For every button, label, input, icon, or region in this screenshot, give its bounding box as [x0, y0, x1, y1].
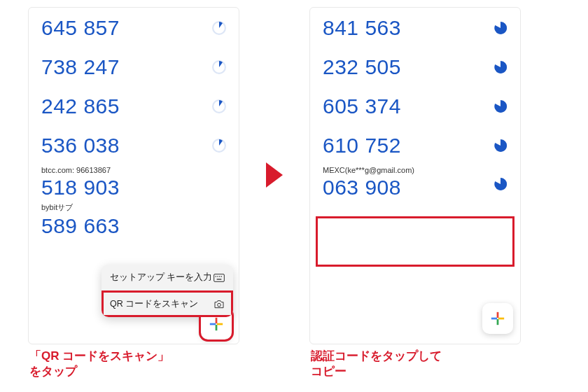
timer-icon [212, 99, 226, 113]
timer-icon [493, 99, 507, 113]
camera-icon [214, 300, 225, 309]
account-label: MEXC(ke***g@gmail.com) [323, 166, 414, 174]
code-row[interactable]: bybitサブ 589 663 [29, 201, 239, 239]
code-row[interactable]: 645 857 [29, 8, 239, 47]
otp-code: 605 374 [323, 94, 401, 118]
code-row[interactable]: 242 865 [29, 86, 239, 125]
plus-icon [490, 311, 505, 326]
arrow-between [260, 7, 288, 343]
menu-item-label: QR コードをスキャン [110, 298, 198, 310]
code-row[interactable]: btcc.com: 96613867 518 903 [29, 164, 239, 201]
menu-item-enter-key[interactable]: セットアップ キーを入力 [102, 265, 233, 290]
otp-code: 645 857 [41, 16, 120, 40]
account-label: bybitサブ [41, 202, 120, 213]
timer-icon [493, 21, 507, 35]
plus-icon [209, 316, 224, 332]
timer-icon [212, 139, 226, 153]
svg-rect-11 [216, 318, 218, 323]
otp-code: 063 908 [323, 176, 414, 200]
svg-rect-8 [221, 276, 222, 276]
svg-rect-14 [217, 323, 223, 326]
svg-rect-17 [491, 318, 497, 320]
instruction-caption-left: 「QR コードをスキャン」 をタップ [28, 349, 239, 379]
timer-icon [493, 60, 507, 74]
code-row[interactable]: 841 563 [310, 8, 520, 47]
svg-rect-4 [214, 274, 225, 281]
otp-code: 589 663 [41, 214, 120, 238]
otp-code: 610 752 [323, 134, 401, 158]
otp-code: 518 903 [41, 176, 120, 200]
authenticator-screen-right: 841 563 232 505 605 374 610 752 [309, 7, 521, 344]
code-row[interactable]: 605 374 [310, 86, 520, 125]
account-label: btcc.com: 96613867 [41, 166, 120, 174]
timer-icon [212, 60, 226, 74]
add-account-button[interactable] [482, 303, 513, 334]
menu-item-label: セットアップ キーを入力 [110, 272, 212, 284]
arrow-right-icon [266, 162, 283, 188]
add-account-popup: セットアップ キーを入力 QR コードをスキャン [102, 265, 233, 317]
timer-icon [493, 139, 507, 153]
otp-code: 232 505 [323, 55, 401, 79]
code-row[interactable]: MEXC(ke***g@gmail.com) 063 908 [310, 164, 520, 206]
svg-rect-18 [498, 318, 504, 320]
timer-icon [493, 177, 507, 191]
svg-rect-13 [210, 323, 216, 326]
keyboard-icon [214, 273, 225, 283]
instruction-caption-right: 認証コードをタップして コピー [309, 349, 521, 379]
timer-icon [212, 21, 226, 35]
code-row[interactable]: 610 752 [310, 125, 520, 164]
svg-rect-15 [497, 312, 499, 318]
menu-item-scan-qr[interactable]: QR コードをスキャン [102, 290, 233, 317]
otp-code: 536 038 [41, 134, 120, 158]
svg-point-10 [218, 303, 221, 307]
svg-rect-5 [216, 276, 216, 276]
svg-rect-16 [497, 319, 499, 325]
svg-rect-6 [217, 276, 218, 276]
otp-code: 242 865 [41, 94, 120, 118]
svg-rect-9 [217, 279, 222, 279]
svg-rect-12 [216, 325, 218, 330]
code-row[interactable]: 738 247 [29, 47, 239, 86]
authenticator-screen-left: 645 857 738 247 242 865 536 038 [28, 7, 239, 344]
otp-code: 738 247 [41, 55, 120, 79]
code-row[interactable]: 536 038 [29, 125, 239, 164]
svg-rect-7 [219, 276, 220, 276]
highlight-box [316, 216, 514, 267]
code-row[interactable]: 232 505 [310, 47, 520, 86]
otp-code: 841 563 [323, 16, 401, 40]
